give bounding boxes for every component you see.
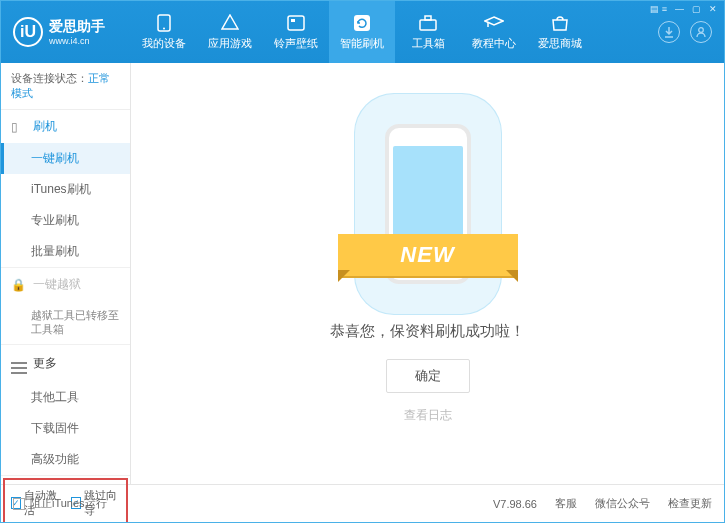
phone-outline-icon: ▯ <box>11 120 27 134</box>
svg-point-1 <box>163 27 165 29</box>
menu-button[interactable]: ▤ ≡ <box>650 4 667 14</box>
phone-icon <box>154 14 174 32</box>
close-button[interactable]: ✕ <box>709 4 717 14</box>
apps-icon <box>220 14 240 32</box>
support-link[interactable]: 客服 <box>555 496 577 511</box>
sidebar-item-other-tools[interactable]: 其他工具 <box>1 382 130 413</box>
sidebar-item-batch-flash[interactable]: 批量刷机 <box>1 236 130 267</box>
header-right <box>658 21 724 43</box>
ok-button[interactable]: 确定 <box>386 359 470 393</box>
sidebar-jailbreak-header[interactable]: 🔒 一键越狱 <box>1 268 130 301</box>
svg-rect-2 <box>288 16 304 30</box>
sidebar-item-itunes-flash[interactable]: iTunes刷机 <box>1 174 130 205</box>
user-button[interactable] <box>690 21 712 43</box>
app-title: 爱思助手 <box>49 18 105 36</box>
svg-rect-4 <box>354 15 370 31</box>
graduation-icon <box>484 14 504 32</box>
version-label: V7.98.66 <box>493 498 537 510</box>
wallpaper-icon <box>286 14 306 32</box>
sidebar-item-advanced[interactable]: 高级功能 <box>1 444 130 475</box>
svg-rect-5 <box>420 20 436 30</box>
more-icon <box>11 353 27 374</box>
nav-my-device[interactable]: 我的设备 <box>131 1 197 63</box>
app-header: ▤ ≡ — ▢ ✕ iU 爱思助手 www.i4.cn 我的设备 应用游戏 铃声… <box>1 1 724 63</box>
svg-rect-6 <box>425 16 431 20</box>
store-icon <box>550 14 570 32</box>
phone-illustration: NEW <box>353 124 503 304</box>
sidebar-item-pro-flash[interactable]: 专业刷机 <box>1 205 130 236</box>
sidebar-more-header[interactable]: 更多 <box>1 345 130 382</box>
nav-ringtones[interactable]: 铃声壁纸 <box>263 1 329 63</box>
check-update-link[interactable]: 检查更新 <box>668 496 712 511</box>
sidebar-jailbreak-note: 越狱工具已转移至工具箱 <box>1 301 130 344</box>
lock-icon: 🔒 <box>11 278 27 292</box>
nav-toolbox[interactable]: 工具箱 <box>395 1 461 63</box>
app-subtitle: www.i4.cn <box>49 36 105 46</box>
maximize-button[interactable]: ▢ <box>692 4 701 14</box>
nav-smart-flash[interactable]: 智能刷机 <box>329 1 395 63</box>
main-content: NEW 恭喜您，保资料刷机成功啦！ 确定 查看日志 <box>131 63 724 484</box>
logo-area: iU 爱思助手 www.i4.cn <box>1 17 131 47</box>
logo-icon: iU <box>13 17 43 47</box>
toolbox-icon <box>418 14 438 32</box>
download-button[interactable] <box>658 21 680 43</box>
sidebar-flash-header[interactable]: ▯ 刷机 <box>1 110 130 143</box>
nav-apps-games[interactable]: 应用游戏 <box>197 1 263 63</box>
minimize-button[interactable]: — <box>675 4 684 14</box>
nav-store[interactable]: 爱思商城 <box>527 1 593 63</box>
sidebar-item-oneclick-flash[interactable]: 一键刷机 <box>1 143 130 174</box>
view-log-link[interactable]: 查看日志 <box>404 407 452 424</box>
connection-status: 设备连接状态：正常模式 <box>1 63 130 110</box>
checkbox-block-itunes[interactable]: 阻止iTunes运行 <box>13 496 107 511</box>
top-nav: 我的设备 应用游戏 铃声壁纸 智能刷机 工具箱 教程中心 爱思商城 <box>131 1 658 63</box>
window-controls: ▤ ≡ — ▢ ✕ <box>650 4 717 14</box>
sidebar-item-download-firmware[interactable]: 下载固件 <box>1 413 130 444</box>
success-message: 恭喜您，保资料刷机成功啦！ <box>330 322 525 341</box>
wechat-link[interactable]: 微信公众号 <box>595 496 650 511</box>
svg-rect-3 <box>291 19 295 22</box>
nav-tutorials[interactable]: 教程中心 <box>461 1 527 63</box>
refresh-icon <box>352 14 372 32</box>
new-ribbon: NEW <box>338 234 518 276</box>
sidebar: 设备连接状态：正常模式 ▯ 刷机 一键刷机 iTunes刷机 专业刷机 批量刷机… <box>1 63 131 484</box>
svg-point-7 <box>699 28 704 33</box>
